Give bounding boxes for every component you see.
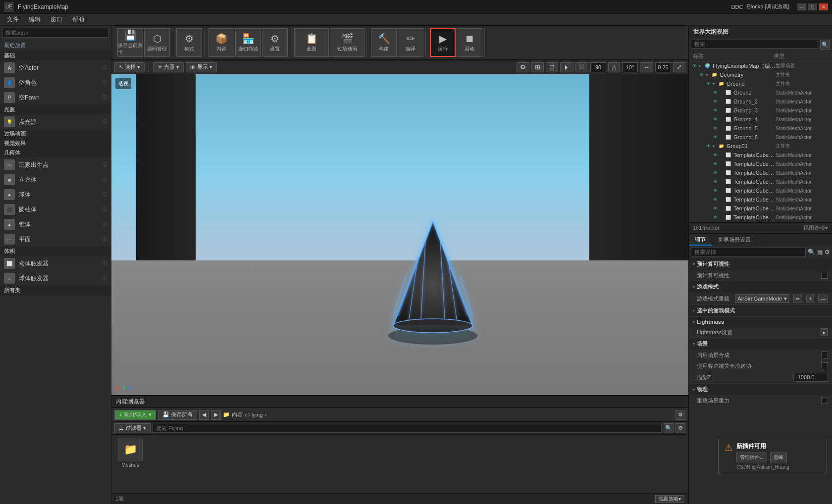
settings-icon-dp[interactable]: ⚙ (825, 249, 830, 255)
search-icon[interactable]: 🔍 (808, 249, 815, 255)
wo-item-ground5[interactable]: 👁 ⬜ Ground_5 StaticMeshActor (689, 124, 832, 133)
menu-help[interactable]: 帮助 (67, 14, 89, 25)
left-item-empty-actor[interactable]: A 空Actor ⓘ (0, 60, 111, 75)
menu-edit[interactable]: 编辑 (24, 14, 46, 25)
left-item-cube[interactable]: ■ 立方体 ⓘ (0, 172, 111, 187)
left-item-player-start[interactable]: 🎮 玩家出生点 ⓘ (0, 157, 111, 172)
lighting-button[interactable]: ☀ 光照 ▾ (153, 62, 184, 72)
wo-item-ground4[interactable]: 👁 ⬜ Ground_4 StaticMeshActor (689, 115, 832, 124)
run-button[interactable]: ▶ 运行 (430, 28, 456, 57)
settings-button[interactable]: ⚙ 设置 (262, 28, 288, 57)
wo-item-tc14[interactable]: 👁 ⬜ TemplateCube_Rounded_14 StaticMeshAc… (689, 204, 832, 213)
wo-item-tc7[interactable]: 👁 ⬜ TemplateCube_Rounded_7 StaticMeshAct… (689, 159, 832, 168)
breadcrumb-content[interactable]: 内容 (232, 411, 243, 418)
details-search-input[interactable] (691, 248, 806, 256)
cinematics-button[interactable]: 🎬 过场动画 (330, 28, 364, 57)
section-precomputed-header[interactable]: ▾ 预计算可视性 (689, 258, 832, 270)
camera-btn[interactable]: ⚙ (517, 62, 529, 72)
compile-button[interactable]: ✏ 编译 (398, 28, 423, 57)
left-item-box-trigger[interactable]: ⬜ 盒体触发器 ⓘ (0, 256, 111, 271)
expand-geometry[interactable]: ▾ (706, 73, 711, 77)
expand-map[interactable]: ▾ (699, 64, 704, 68)
wo-item-ground3[interactable]: 👁 ⬜ Ground_3 StaticMeshActor (689, 106, 832, 115)
selected-gamemode-header[interactable]: ▸ 选中的游戏模式 (689, 305, 832, 316)
client-level-checkbox[interactable] (821, 362, 828, 369)
wo-item-ground-folder[interactable]: 👁 ▾ 📁 Ground 文件夹 (689, 79, 832, 88)
wo-item-tc6[interactable]: 👁 ⬜ TemplateCube_Rounded_6 StaticMeshAct… (689, 151, 832, 159)
wo-item-ground2[interactable]: 👁 ⬜ Ground_2 StaticMeshActor (689, 97, 832, 106)
wo-view-options[interactable]: 视图选项▾ (803, 224, 828, 232)
gamemode-edit-btn[interactable]: ✏ (793, 295, 802, 302)
nav-forward-button[interactable]: ▶ (211, 410, 221, 420)
menu-file[interactable]: 文件 (2, 14, 24, 25)
close-button[interactable]: ✕ (819, 3, 828, 10)
left-item-empty-character[interactable]: 👤 空角色 ⓘ (0, 75, 111, 90)
marketplace-button[interactable]: 🏪 虚幻商城 (235, 28, 261, 57)
filter-button[interactable]: ☰ 过滤器 ▾ (114, 423, 151, 433)
left-item-plane[interactable]: — 平面 ⓘ (0, 232, 111, 247)
lightmass-expand-btn[interactable]: ▸ (821, 328, 828, 336)
minimize-button[interactable]: — (797, 3, 806, 10)
left-item-sphere-trigger[interactable]: ○ 球体触发器 ⓘ (0, 271, 111, 286)
nav-back-button[interactable]: ◀ (199, 410, 209, 420)
physics-header[interactable]: ▸ 物理 (689, 384, 832, 395)
left-item-sphere[interactable]: ● 球体 ⓘ (0, 187, 111, 202)
gamemode-select[interactable]: AirSimGameMode ▾ (735, 294, 789, 303)
save-all-button[interactable]: 💾 保存所有 (158, 410, 197, 420)
vr-btn[interactable]: ☰ (575, 62, 588, 72)
wo-item-ground[interactable]: 👁 ⬜ Ground StaticMeshActor (689, 88, 832, 97)
wo-search-input[interactable] (691, 40, 818, 49)
modes-button[interactable]: ⚙ 模式 (176, 28, 202, 57)
maximize-button[interactable]: □ (808, 3, 817, 10)
gamemode-add-btn[interactable]: + (806, 295, 814, 302)
search-input[interactable] (2, 28, 109, 38)
cb-settings-button[interactable]: ⚙ (676, 410, 685, 420)
wo-item-tc13[interactable]: 👁 ⬜ TemplateCube_Rounded_13 StaticMeshAc… (689, 195, 832, 204)
search-btn[interactable]: 🔍 (664, 423, 674, 433)
expand-ground[interactable]: ▾ (713, 82, 718, 86)
view-options-button[interactable]: 视图选项▾ (655, 495, 684, 503)
tab-details[interactable]: 细节 (689, 234, 712, 246)
breadcrumb-flying[interactable]: Flying (248, 412, 262, 418)
precomputed-checkbox[interactable] (821, 272, 828, 279)
grid-btn[interactable]: ⊞ (531, 62, 544, 72)
dismiss-button[interactable]: 忽略 (770, 453, 787, 462)
display-button[interactable]: 👁 显示 ▾ (186, 62, 217, 72)
section-gamemode-header[interactable]: ▾ 游戏模式 (689, 281, 832, 293)
left-item-cone[interactable]: ▲ 锥体 ⓘ (0, 217, 111, 232)
wo-item-tc11[interactable]: 👁 ⬜ TemplateCube_Rounded_11 StaticMeshAc… (689, 177, 832, 186)
menu-window[interactable]: 窗口 (46, 14, 67, 25)
viewport[interactable]: 透视 X Y Z (111, 74, 688, 395)
left-item-point-light[interactable]: 💡 点光源 ⓘ (0, 114, 111, 129)
add-import-button[interactable]: + 添加/导入 ▾ (114, 410, 156, 420)
launch-button[interactable]: ⏹ 启动 (457, 28, 482, 57)
wo-item-map[interactable]: 👁 ▾ 🌍 FlyingExampleMap（编辑器） 世界场景 (689, 61, 832, 70)
gravity-override-checkbox[interactable] (821, 397, 828, 404)
meshes-folder[interactable]: 📁 Meshes (115, 439, 145, 489)
save-level-button[interactable]: 💾 保存当前关卡 (117, 28, 143, 57)
wo-item-tc15[interactable]: 👁 ⬜ TemplateCube_Rounded_15 StaticMeshAc… (689, 213, 832, 222)
content-search-input[interactable] (153, 424, 662, 433)
wo-item-geometry[interactable]: 👁 ▾ 📁 Geometry 文件夹 (689, 70, 832, 79)
realtime-btn[interactable]: ⏵ (560, 62, 573, 72)
blueprint-button[interactable]: 📋 蓝图 (294, 28, 329, 57)
lightmass-header[interactable]: ▾ Lightmass (689, 317, 832, 327)
source-control-button[interactable]: ⬡ 源码管理 (144, 28, 170, 57)
wo-item-group01[interactable]: 👁 ▾ 📁 Group01 文件夹 (689, 142, 832, 151)
wo-item-tc10[interactable]: 👁 ⬜ TemplateCube_Rounded_10 StaticMeshAc… (689, 168, 832, 177)
content-button[interactable]: 📦 内容 (208, 28, 234, 57)
maximize-btn[interactable]: ⤢ (673, 62, 685, 72)
tab-world-settings[interactable]: 世界场景设置 (712, 234, 757, 246)
wo-item-tc12[interactable]: 👁 ⬜ TemplateCube_Rounded_12 StaticMeshAc… (689, 186, 832, 195)
manage-plugins-button[interactable]: 管理插件... (736, 453, 767, 462)
scene-compositing-checkbox[interactable] (821, 352, 828, 358)
left-item-cylinder[interactable]: ⬛ 圆柱体 ⓘ (0, 202, 111, 217)
kill-z-input[interactable] (793, 373, 828, 382)
cb-filter-settings[interactable]: ⚙ (676, 423, 685, 433)
select-button[interactable]: ↖ 选择 ▾ (114, 62, 145, 72)
grid-snapping-btn[interactable]: ⊡ (546, 62, 558, 72)
wo-item-ground6[interactable]: 👁 ⬜ Ground_6 StaticMeshActor (689, 133, 832, 142)
scene-header[interactable]: ▾ 场景 (689, 338, 832, 350)
build-button[interactable]: 🔨 构建 (371, 28, 397, 57)
left-item-empty-pawn[interactable]: P 空Pawn ⓘ (0, 90, 111, 105)
